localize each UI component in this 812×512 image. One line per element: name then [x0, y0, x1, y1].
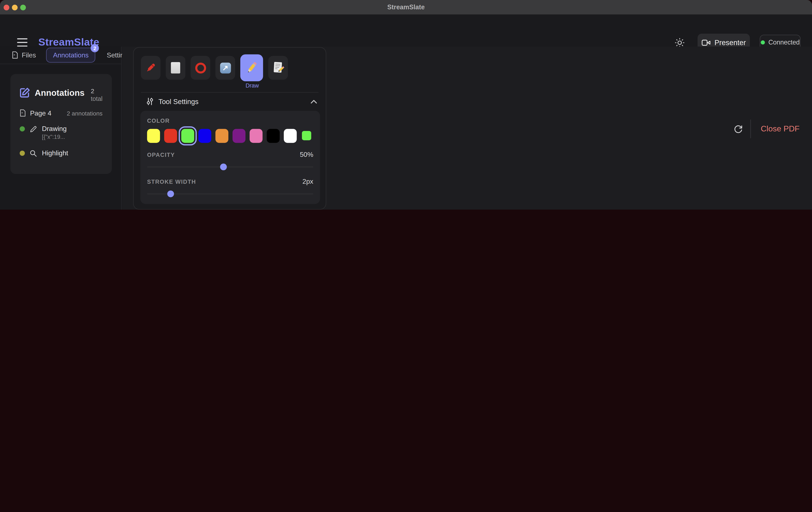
page-icon — [20, 109, 26, 117]
color-swatches — [147, 128, 313, 143]
tab-annotations[interactable]: Annotations 2 — [46, 48, 95, 63]
sidebar-tabs: Files Annotations 2 Settings — [0, 47, 121, 64]
page-group-count: 2 annotations — [67, 110, 103, 116]
annotation-color-dot — [20, 126, 25, 131]
sliders-icon — [146, 97, 154, 106]
titlebar: StreamSlate — [0, 0, 812, 14]
zoom-window-button[interactable] — [20, 5, 26, 10]
annotation-item-highlight[interactable]: Highlight — [20, 149, 103, 157]
divider — [141, 92, 318, 93]
connection-status-label: Connected — [768, 39, 800, 46]
color-swatch-purple[interactable] — [233, 129, 245, 143]
page-group-label: Page 4 — [30, 109, 52, 117]
theme-toggle-sun-icon[interactable] — [675, 38, 685, 48]
color-swatch-white[interactable] — [284, 129, 297, 143]
color-swatch-yellow[interactable] — [147, 129, 160, 143]
color-swatch-black[interactable] — [267, 129, 280, 143]
tool-note-button[interactable] — [268, 56, 288, 80]
opacity-label: OPACITY — [147, 151, 175, 157]
current-color-chip — [302, 131, 311, 140]
annotations-total-count: 2 — [91, 88, 103, 95]
tab-annotations-label: Annotations — [53, 51, 89, 59]
tool-circle-button[interactable] — [191, 56, 210, 80]
red-circle-icon — [195, 62, 206, 73]
tab-files-label: Files — [22, 51, 36, 59]
main-content: ↗ — [122, 47, 812, 210]
stroke-width-slider[interactable] — [147, 190, 313, 197]
opacity-slider[interactable] — [147, 163, 313, 170]
arrow-up-right-icon: ↗ — [220, 62, 231, 73]
close-pdf-button[interactable]: Close PDF — [761, 124, 800, 133]
annotation-detail: [{"x":19... — [42, 133, 66, 140]
annotations-count-badge: 2 — [91, 44, 99, 52]
annotation-type-label: Highlight — [42, 149, 68, 157]
tool-settings-header[interactable]: Tool Settings — [146, 95, 318, 108]
color-swatch-orange[interactable] — [215, 129, 228, 143]
pencil-icon — [29, 125, 37, 133]
pencil-draw-icon — [245, 61, 258, 75]
color-section-label: COLOR — [147, 117, 313, 124]
annotations-panel: Annotations 2 total Page 4 2 annotations — [10, 74, 112, 174]
app-logo: StreamSlate — [38, 36, 99, 48]
refresh-icon[interactable] — [733, 124, 743, 134]
opacity-slider-track[interactable] — [147, 166, 313, 168]
minimize-window-button[interactable] — [12, 5, 18, 10]
memo-icon — [272, 61, 284, 74]
color-swatch-red[interactable] — [164, 129, 177, 143]
file-icon — [12, 51, 18, 59]
edit-pencil-square-icon — [20, 88, 30, 98]
tool-settings-title: Tool Settings — [158, 97, 198, 105]
annotations-total-label: total — [91, 95, 103, 103]
crayon-icon — [144, 61, 157, 74]
stroke-width-label: STROKE WIDTH — [147, 178, 196, 184]
presenter-label: Presenter — [715, 38, 746, 47]
app-header: StreamSlate Presenter Connect — [0, 14, 812, 47]
magnifier-icon — [29, 150, 37, 157]
tool-arrow-button[interactable]: ↗ — [215, 56, 235, 80]
chevron-up-icon[interactable] — [310, 99, 317, 104]
tool-settings-panel: COLOR OPACITY — [140, 111, 320, 204]
annotation-item-drawing[interactable]: Drawing [{"x":19... — [20, 125, 103, 140]
titlebar-title: StreamSlate — [387, 4, 425, 11]
opacity-slider-thumb[interactable] — [220, 163, 227, 170]
annotation-type-label: Drawing — [42, 125, 66, 133]
divider — [0, 64, 121, 64]
app-window: StreamSlate StreamSlate Present — [0, 0, 812, 210]
sidebar: Files Annotations 2 Settings Annotat — [0, 47, 122, 210]
stroke-width-value: 2px — [302, 178, 313, 185]
color-swatch-pink[interactable] — [250, 129, 262, 143]
active-tool-label: Draw — [241, 82, 263, 88]
connected-dot-icon — [761, 40, 765, 45]
color-swatch-blue[interactable] — [198, 129, 211, 143]
annotation-color-dot — [20, 151, 25, 156]
divider — [750, 120, 751, 138]
tab-files[interactable]: Files — [8, 48, 40, 62]
screen: StreamSlate StreamSlate Present — [0, 0, 812, 210]
stroke-width-slider-thumb[interactable] — [167, 190, 174, 197]
white-square-icon — [171, 62, 180, 73]
close-window-button[interactable] — [4, 5, 9, 10]
annotations-total: 2 total — [91, 88, 103, 103]
video-camera-icon — [701, 39, 710, 46]
annotation-toolbar: ↗ — [133, 47, 326, 210]
page-group-row[interactable]: Page 4 2 annotations — [20, 109, 103, 117]
tool-square-button[interactable] — [166, 56, 185, 80]
color-swatch-green-selected[interactable] — [181, 129, 194, 143]
tool-draw-button[interactable] — [240, 54, 263, 81]
opacity-value: 50% — [300, 151, 313, 158]
menu-icon[interactable] — [17, 38, 28, 47]
tool-crayon-button[interactable] — [141, 56, 161, 80]
annotations-panel-title: Annotations — [35, 88, 85, 98]
